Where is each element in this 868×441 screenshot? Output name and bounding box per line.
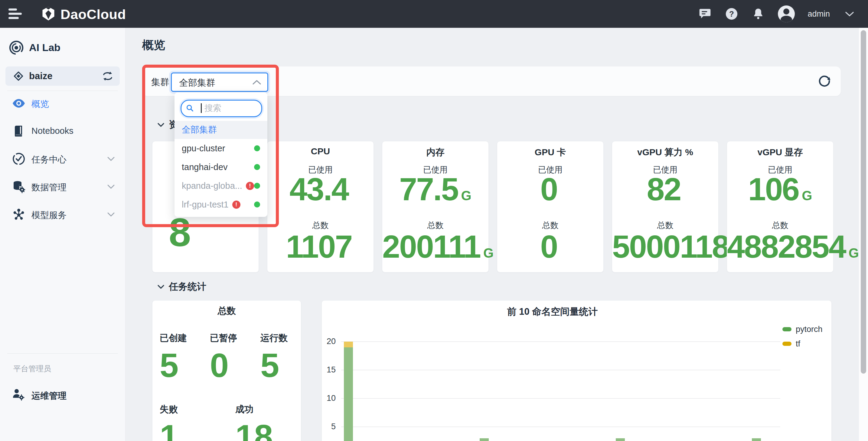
book-icon [12, 125, 25, 138]
text-cursor [201, 103, 202, 113]
user-gear-icon [12, 388, 25, 401]
total-value: 1107 [267, 229, 373, 264]
chart-plot [322, 301, 831, 441]
check-circle-icon [12, 152, 25, 166]
error-icon: ! [232, 201, 241, 209]
used-value: 77.5G [382, 172, 489, 207]
section-chevron-down-icon [157, 284, 164, 289]
app-title: AI Lab [29, 42, 61, 54]
page-title: 概览 [142, 37, 165, 53]
total-value: 4882854G [727, 229, 833, 264]
cluster-dropdown-panel: 全部集群 gpu-cluster tanghai-dev kpanda-glob… [175, 93, 267, 217]
chart-bar [752, 438, 761, 441]
sidebar-item-notebooks[interactable]: Notebooks [0, 117, 125, 145]
resource-card-vgpu-memory: vGPU 显存 已使用 106G 总数 4882854G [727, 141, 834, 272]
resource-card-memory: 内存 已使用 77.5G 总数 200111G [382, 141, 489, 272]
dropdown-search[interactable] [181, 100, 262, 117]
cluster-option-all[interactable]: 全部集群 [175, 121, 267, 139]
sidebar-item-overview[interactable]: 概览 [0, 90, 125, 117]
bell-icon[interactable] [751, 7, 765, 21]
stat-failed: 失败1 [160, 403, 179, 441]
user-menu-chevron-down-icon[interactable] [843, 7, 857, 21]
status-dot-icon [254, 183, 260, 189]
sidebar-item-label: 概览 [31, 98, 49, 110]
workspace-name: baize [29, 71, 53, 81]
cluster-option-tanghai-dev[interactable]: tanghai-dev [175, 158, 267, 176]
chevron-down-icon [107, 157, 115, 161]
sidebar-item-model-service[interactable]: 模型服务 [0, 201, 125, 228]
namespace-chart-card: 前 10 命名空间量统计 pytorch tf 20 15 10 5 [321, 300, 832, 441]
graph-nodes-icon [12, 208, 25, 221]
cluster-select[interactable]: 全部集群 [171, 72, 268, 92]
main-content: 概览 集群 全部集群 资源统计 8 CPU 已使用 43.4 总数 1107 内… [125, 28, 868, 441]
workspace-switcher[interactable]: baize [5, 66, 120, 86]
stat-created: 已创建5 [160, 332, 187, 382]
svg-text:?: ? [730, 10, 734, 18]
cluster-options-list: 全部集群 gpu-cluster tanghai-dev kpanda-glob… [175, 121, 267, 214]
sidebar-item-label: 运维管理 [31, 390, 66, 402]
search-input[interactable] [204, 102, 258, 114]
sidebar-item-label: 任务中心 [31, 154, 66, 166]
section-chevron-down-icon [157, 123, 164, 127]
total-value: 200111G [382, 229, 489, 264]
resource-card-cpu: CPU 已使用 43.4 总数 1107 [267, 141, 374, 272]
scrollbar-thumb[interactable] [861, 30, 866, 374]
brand-name: DaoCloud [61, 7, 126, 22]
cluster-count-value: 8 [169, 213, 191, 252]
stat-running: 运行数5 [260, 332, 288, 382]
cluster-option-gpu-cluster[interactable]: gpu-cluster [175, 139, 267, 158]
sidebar-item-ops-management[interactable]: 运维管理 [0, 383, 125, 407]
chevron-down-icon [107, 184, 115, 189]
daocloud-logo-icon [40, 6, 56, 22]
total-value: 5000118 [612, 229, 718, 264]
ai-lab-target-icon [8, 40, 24, 56]
cluster-option-kpanda-global[interactable]: kpanda-globa... ! [175, 176, 267, 195]
stat-paused: 已暂停0 [210, 332, 237, 382]
sidebar-item-label: 模型服务 [31, 209, 66, 222]
database-gear-icon [12, 180, 25, 193]
used-value: 106G [727, 172, 833, 207]
chevron-down-icon [107, 212, 115, 217]
top-bar: DaoCloud ? admin [0, 0, 868, 28]
avatar[interactable] [778, 5, 795, 22]
used-value: 82 [612, 172, 718, 207]
help-icon[interactable]: ? [725, 7, 739, 21]
user-name: admin [807, 9, 830, 19]
scrollbar-track[interactable] [859, 28, 868, 441]
cluster-filter-bar: 集群 全部集群 [143, 66, 841, 96]
status-dot-icon [254, 164, 260, 170]
sidebar-item-label: 数据管理 [31, 181, 66, 194]
chart-bar [480, 438, 489, 441]
eye-icon [12, 97, 25, 110]
chart-bar [616, 438, 625, 441]
stat-succeeded: 成功18 [235, 403, 273, 441]
menu-icon[interactable] [8, 8, 25, 20]
app-header: AI Lab [0, 39, 125, 58]
used-value: 43.4 [267, 172, 373, 207]
role-section-label: 平台管理员 [13, 364, 51, 374]
swap-icon[interactable] [102, 71, 114, 81]
section-header-tasks[interactable]: 任务统计 [157, 280, 206, 293]
sidebar-item-label: Notebooks [31, 126, 73, 136]
status-dot-icon [254, 201, 260, 207]
cluster-select-value: 全部集群 [179, 77, 215, 89]
resource-card-gpu: GPU 卡 已使用 0 总数 0 [497, 141, 604, 272]
task-card-title: 总数 [152, 305, 301, 317]
divider [7, 353, 118, 354]
refresh-button[interactable] [817, 74, 832, 88]
cluster-option-lrf-gpu-test1[interactable]: lrf-gpu-test1 ! [175, 195, 267, 214]
search-icon [186, 104, 194, 112]
sidebar-item-task-center[interactable]: 任务中心 [0, 145, 125, 173]
sidebar: AI Lab baize 概览 Notebooks [0, 28, 125, 441]
total-value: 0 [497, 229, 603, 264]
resource-card-vgpu-compute: vGPU 算力 % 已使用 82 总数 5000118 [612, 141, 719, 272]
chart-bar [344, 342, 353, 441]
sidebar-item-data-management[interactable]: 数据管理 [0, 173, 125, 201]
cluster-filter-label: 集群 [151, 76, 169, 89]
used-value: 0 [497, 172, 603, 207]
status-dot-icon [254, 145, 260, 151]
gem-icon [12, 70, 25, 82]
task-stats-card: 总数 已创建5 已暂停0 运行数5 失败1 成功18 [152, 300, 301, 441]
section-title: 任务统计 [169, 280, 206, 293]
chat-icon[interactable] [698, 7, 712, 21]
